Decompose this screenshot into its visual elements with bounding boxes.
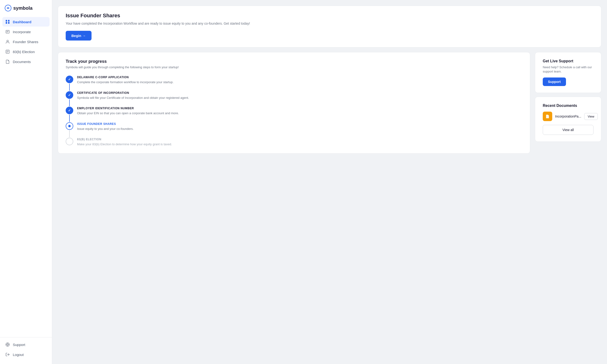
step-desc: Obtain your EIN so that you can open a c… (77, 111, 522, 116)
svg-rect-3 (8, 20, 10, 22)
right-column: Get Live Support Need help? Schedule a c… (535, 52, 601, 142)
sidebar-item-logout[interactable]: Logout (2, 350, 50, 359)
doc-icon (543, 112, 552, 121)
step-left (66, 138, 73, 147)
step-connector (69, 115, 70, 122)
issue-card-title: Issue Founder Shares (66, 13, 594, 19)
step-desc: Make your 83(b) Election to determine ho… (77, 142, 522, 147)
step-desc: Symbola will file your Certificate of In… (77, 95, 522, 100)
support-button[interactable]: Support (543, 78, 566, 86)
svg-rect-1 (6, 20, 7, 22)
step-content: 83(B) ELECTION Make your 83(b) Election … (77, 138, 522, 147)
step-title: CERTIFICATE OF INCORPORATION (77, 91, 522, 94)
checkmark-icon: ✓ (68, 78, 71, 81)
sidebar-item-label: 83(b) Election (13, 50, 35, 54)
step-connector (69, 130, 70, 137)
logo: symbola (0, 5, 52, 17)
step-connector (69, 99, 70, 106)
step-circle-inactive (66, 138, 73, 145)
step-left: ✓ (66, 91, 73, 107)
sidebar-item-label: Dashboard (13, 20, 31, 24)
step-content: ISSUE FOUNDER SHARES Issue equity to you… (77, 122, 522, 138)
documents-icon (5, 59, 10, 64)
step-certificate: ✓ CERTIFICATE OF INCORPORATION Symbola w… (66, 91, 522, 107)
sidebar-item-label: Founder Shares (13, 40, 39, 44)
svg-rect-2 (6, 22, 7, 24)
sidebar-item-founder-shares[interactable]: Founder Shares (2, 37, 50, 46)
svg-point-14 (7, 344, 8, 345)
view-doc-button[interactable]: View (584, 113, 598, 120)
dashboard-icon (5, 19, 10, 24)
step-content: CERTIFICATE OF INCORPORATION Symbola wil… (77, 91, 522, 107)
sidebar-item-support[interactable]: Support (2, 340, 50, 349)
view-all-button[interactable]: View all (543, 125, 594, 135)
step-delaware: ✓ DELAWARE C-CORP APPLICATION Complete t… (66, 76, 522, 91)
doc-name: IncorporationPa... (555, 115, 581, 118)
logo-icon (5, 5, 11, 11)
active-dot (68, 125, 71, 127)
checkmark-icon: ✓ (68, 108, 71, 112)
step-title: EMPLOYER IDENTIFICATION NUMBER (77, 107, 522, 110)
svg-rect-4 (8, 22, 10, 24)
svg-rect-5 (6, 30, 9, 33)
sidebar-item-label: Documents (13, 60, 31, 64)
logo-text: symbola (13, 5, 32, 11)
step-connector (69, 84, 70, 91)
election-icon (5, 49, 10, 54)
main-nav: Dashboard Incorporate Founder Shares (0, 17, 52, 335)
begin-button[interactable]: Begin → (66, 31, 92, 40)
step-title: ISSUE FOUNDER SHARES (77, 122, 522, 126)
step-ein: ✓ EMPLOYER IDENTIFICATION NUMBER Obtain … (66, 107, 522, 122)
logout-icon (5, 352, 10, 357)
sidebar-item-documents[interactable]: Documents (2, 57, 50, 66)
sidebar-item-incorporate[interactable]: Incorporate (2, 27, 50, 37)
docs-card-title: Recent Documents (543, 104, 594, 108)
sidebar-item-label: Incorporate (13, 30, 31, 34)
docs-card: Recent Documents IncorporationPa... View… (535, 97, 601, 142)
issue-founder-shares-card: Issue Founder Shares Your have completed… (58, 6, 601, 47)
sidebar-item-label: Support (13, 343, 25, 347)
checkmark-icon: ✓ (68, 93, 71, 97)
step-founder-shares: ISSUE FOUNDER SHARES Issue equity to you… (66, 122, 522, 138)
step-content: EMPLOYER IDENTIFICATION NUMBER Obtain yo… (77, 107, 522, 122)
step-left: ✓ (66, 76, 73, 91)
support-card-description: Need help? Schedule a call with our supp… (543, 65, 594, 74)
founder-shares-icon (5, 39, 10, 44)
step-left: ✓ (66, 107, 73, 122)
track-progress-card: Track your progress Symbola will guide y… (58, 52, 530, 154)
incorporate-icon (5, 29, 10, 34)
step-desc: Issue equity to you and your co-founders… (77, 127, 522, 131)
support-card-title: Get Live Support (543, 59, 594, 63)
support-card: Get Live Support Need help? Schedule a c… (535, 52, 601, 93)
step-left (66, 122, 73, 138)
track-card-subtitle: Symbola will guide you through completin… (66, 65, 522, 69)
sidebar-item-dashboard[interactable]: Dashboard (2, 17, 50, 26)
step-content: DELAWARE C-CORP APPLICATION Complete the… (77, 76, 522, 91)
svg-point-8 (7, 40, 9, 42)
step-83b: 83(B) ELECTION Make your 83(b) Election … (66, 138, 522, 147)
doc-item: IncorporationPa... View (543, 112, 594, 121)
step-title: 83(B) ELECTION (77, 138, 522, 141)
issue-card-description: Your have completed the Incorporation Wo… (66, 21, 594, 26)
main-content: Issue Founder Shares Your have completed… (52, 0, 607, 364)
support-icon (5, 342, 10, 347)
step-circle-active (66, 122, 73, 130)
steps-list: ✓ DELAWARE C-CORP APPLICATION Complete t… (66, 76, 522, 147)
sidebar-bottom: Support Logout (0, 337, 52, 359)
step-title: DELAWARE C-CORP APPLICATION (77, 76, 522, 79)
bottom-row: Track your progress Symbola will guide y… (58, 52, 601, 154)
step-circle-completed: ✓ (66, 76, 73, 83)
sidebar-item-label: Logout (13, 353, 24, 357)
track-card-title: Track your progress (66, 59, 522, 64)
sidebar-item-83b[interactable]: 83(b) Election (2, 47, 50, 56)
step-circle-completed: ✓ (66, 91, 73, 99)
sidebar: symbola Dashboard (0, 0, 52, 364)
step-circle-completed: ✓ (66, 107, 73, 114)
step-desc: Complete the corporate formation workflo… (77, 80, 522, 85)
